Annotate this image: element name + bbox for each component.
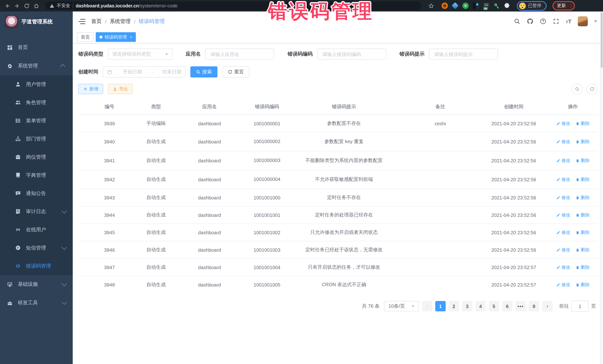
breadcrumb-home[interactable]: 首页 <box>91 18 102 25</box>
sidebar-item[interactable]: 角色管理 <box>0 93 73 111</box>
sidebar-item[interactable]: 短信管理 <box>0 239 73 257</box>
tab-error-code[interactable]: 错误码管理 × <box>96 32 136 42</box>
edit-link[interactable]: 修改 <box>556 212 570 218</box>
reset-button[interactable]: 重置 <box>222 66 249 77</box>
error-type-select[interactable]: 请选择错误码类型 <box>108 49 172 60</box>
extension-orange-ring-icon[interactable] <box>441 3 448 9</box>
cell-id: 3943 <box>78 189 141 207</box>
error-hint-input[interactable] <box>433 51 494 57</box>
sidebar-item[interactable]: 通知公告 <box>0 184 73 202</box>
sidebar-item[interactable]: 基础设施 <box>0 275 73 294</box>
scrollbar-thumb[interactable] <box>601 12 603 68</box>
table-header-cell: 类型 <box>141 99 172 115</box>
sidebar-item[interactable]: 部门管理 <box>0 130 73 148</box>
page-number-button[interactable]: 2 <box>449 301 459 311</box>
delete-link[interactable]: 删除 <box>576 282 590 288</box>
extension-blue-gem-icon[interactable] <box>452 2 459 9</box>
sidebar-item[interactable]: 用户管理 <box>0 75 73 93</box>
help-icon[interactable] <box>540 18 546 25</box>
sidebar-item[interactable]: 审计日志 <box>0 202 73 221</box>
extension-grid-icon[interactable] <box>473 3 479 9</box>
delete-link[interactable]: 删除 <box>576 138 590 145</box>
table-header-cell: 编号 <box>78 99 141 115</box>
user-avatar[interactable] <box>578 16 588 26</box>
trash-icon <box>576 121 580 125</box>
sidebar-item[interactable]: 首页 <box>0 38 73 57</box>
profile-avatar <box>519 2 526 9</box>
browser-back-icon[interactable] <box>4 2 11 10</box>
jump-prefix-label: 前往 <box>559 303 569 310</box>
refresh-table-button[interactable] <box>586 83 597 95</box>
edit-link[interactable]: 修改 <box>556 247 570 253</box>
sidebar-item[interactable]: 研发工具 <box>0 294 73 312</box>
app-name-input[interactable] <box>210 51 270 57</box>
table-row: 3944自动生成dashboard1001001001定时任务的处理器已经存在2… <box>78 207 597 224</box>
sidebar-item[interactable]: 字典管理 <box>0 166 73 184</box>
chevron-down-icon[interactable] <box>594 20 597 22</box>
cell-remark <box>402 207 479 224</box>
browser-menu-icon[interactable]: ⋮ <box>569 4 570 7</box>
more-pages-button[interactable]: ••• <box>515 301 526 311</box>
delete-link[interactable]: 删除 <box>576 157 590 164</box>
scrollbar-track[interactable] <box>600 11 603 364</box>
add-button[interactable]: 新增 <box>78 84 103 94</box>
sidebar-logo[interactable]: 芋道管理系统 <box>0 11 73 32</box>
page-number-button[interactable]: 1 <box>435 301 446 311</box>
delete-link[interactable]: 删除 <box>576 176 590 183</box>
breadcrumb-system[interactable]: 系统管理 <box>110 18 131 25</box>
browser-reload-icon[interactable] <box>23 2 30 10</box>
sidebar-item[interactable]: 菜单管理 <box>0 111 73 130</box>
browser-home-icon[interactable] <box>33 2 40 10</box>
page-number-button[interactable]: 8 <box>529 301 539 311</box>
font-size-icon[interactable]: TT <box>566 19 571 24</box>
edit-link[interactable]: 修改 <box>556 282 570 288</box>
error-code-input[interactable] <box>322 51 382 57</box>
page-number-button[interactable]: 3 <box>462 301 472 311</box>
sidebar-item[interactable]: 在线用户 <box>0 221 73 239</box>
show-search-toggle-button[interactable] <box>571 83 583 95</box>
extension-switch-icon[interactable]: on <box>483 3 489 9</box>
extensions-puzzle-icon[interactable] <box>504 3 510 9</box>
hamburger-icon[interactable] <box>79 19 85 24</box>
edit-link[interactable]: 修改 <box>556 230 570 236</box>
browser-profile-chip[interactable]: 已暂停 <box>517 1 547 11</box>
extension-green-v-icon[interactable]: V <box>462 3 469 9</box>
sidebar-item[interactable]: 系统管理 <box>0 57 73 75</box>
jump-page-input[interactable] <box>571 301 589 312</box>
edit-link[interactable]: 修改 <box>556 195 570 201</box>
delete-link[interactable]: 删除 <box>576 212 590 218</box>
next-page-button[interactable]: › <box>542 301 553 311</box>
delete-link[interactable]: 删除 <box>576 120 590 127</box>
cell-message: 定时任务不存在 <box>287 189 402 207</box>
prev-page-button[interactable]: ‹ <box>422 301 432 311</box>
page-content: 错误码类型 请选择错误码类型 应用名 错误码编码 <box>73 43 603 364</box>
edit-link[interactable]: 修改 <box>556 157 570 164</box>
browser-forward-icon[interactable] <box>13 2 21 10</box>
page-size-select[interactable]: 10条/页 <box>384 301 419 311</box>
edit-link[interactable]: 修改 <box>556 138 570 145</box>
tab-close-icon[interactable]: × <box>130 35 132 39</box>
cell-type: 自动生成 <box>141 224 172 241</box>
sidebar-item[interactable]: 错误码管理 <box>0 257 73 275</box>
search-button[interactable]: 搜索 <box>190 66 218 77</box>
header-search-icon[interactable] <box>514 18 521 25</box>
edit-link[interactable]: 修改 <box>556 264 570 271</box>
fullscreen-icon[interactable] <box>553 18 559 25</box>
sidebar-item[interactable]: 岗位管理 <box>0 148 73 166</box>
browser-update-button[interactable]: 更新 ⋮ <box>553 1 575 10</box>
date-range-picker[interactable]: 开始日期 - 结束日期 <box>103 66 186 77</box>
bookmark-star-icon[interactable] <box>428 2 435 10</box>
export-button[interactable]: 导出 <box>108 84 133 94</box>
page-number-button[interactable]: 4 <box>475 301 486 311</box>
tab-home[interactable]: 首页 <box>77 32 93 42</box>
delete-link[interactable]: 删除 <box>576 195 590 201</box>
page-number-button[interactable]: 5 <box>489 301 499 311</box>
page-number-button[interactable]: 6 <box>502 301 512 311</box>
delete-link[interactable]: 删除 <box>576 247 590 253</box>
edit-link[interactable]: 修改 <box>556 176 570 183</box>
extension-key-icon[interactable] <box>494 3 500 9</box>
edit-link[interactable]: 修改 <box>556 120 570 127</box>
delete-link[interactable]: 删除 <box>576 230 590 236</box>
delete-link[interactable]: 删除 <box>576 264 590 271</box>
github-icon[interactable] <box>527 18 533 25</box>
